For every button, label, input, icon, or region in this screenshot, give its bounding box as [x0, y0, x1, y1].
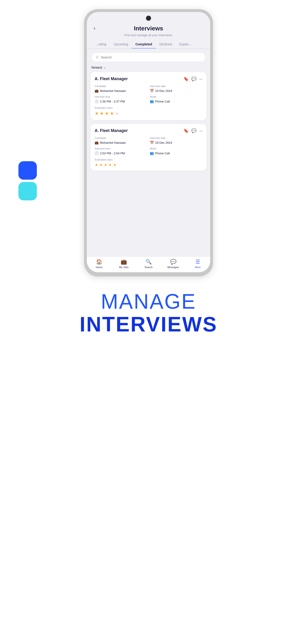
candidate-name-2: Mohamed Hassaan [100, 141, 126, 144]
home-icon: 🏠 [96, 259, 102, 265]
nav-search-label: Search [144, 266, 153, 268]
card-2-time-value: 🕐 2:03 PM - 2:04 PM [95, 151, 147, 155]
interview-mode-2: Phone Call [155, 152, 170, 155]
search-box[interactable]: ⚲ [92, 52, 206, 62]
nav-more[interactable]: ☰ More [186, 259, 210, 268]
card-2-chat-icon[interactable]: 💬 [191, 128, 196, 133]
interview-time-1: 2:36 PM - 2:37 PM [100, 100, 125, 103]
star-1-5: ★ [115, 110, 119, 116]
card-1-more-icon[interactable]: ··· [199, 76, 202, 82]
tab-upcoming[interactable]: Upcoming [110, 40, 132, 48]
card-2-date-label: Interview date [150, 136, 202, 139]
calendar-icon-1: 📅 [150, 89, 154, 92]
page-wrapper: ‹ Interviews Find and manage all your in… [0, 0, 297, 644]
card-2-grid: Candidate 💼 Mohamed Hassaan Interview da… [95, 136, 202, 155]
bottom-text: MANAGE INTERVIEWS [80, 290, 217, 336]
card-1-candidate-field: Candidate 💼 Mohamed Hassaan [95, 85, 147, 92]
tab-expired[interactable]: Expire… [176, 40, 196, 48]
tab-pending[interactable]: …nding [92, 40, 110, 48]
card-2-evaluation: Evaluation stars ▲ ▲ ▲ ▲ ▲ [95, 158, 202, 166]
card-2-time-label: Interview time [95, 147, 147, 150]
card-2-title: A. Fleet Manager [95, 128, 128, 133]
nav-home[interactable]: 🏠 Home [87, 259, 112, 268]
card-1-date-label: Interview date [150, 85, 202, 88]
nav-myjobs-label: My Jobs [119, 266, 128, 268]
nav-messages[interactable]: 💬 Messages [161, 259, 186, 268]
card-2-candidate-label: Candidate [95, 136, 147, 139]
nav-myjobs[interactable]: 💼 My Jobs [112, 259, 136, 268]
card-2-actions: 🔖 💬 ··· [184, 128, 202, 133]
camera-dot [146, 16, 151, 21]
blob-cyan [18, 182, 37, 200]
star-1-4: ★ [110, 110, 114, 116]
interview-card-2: A. Fleet Manager 🔖 💬 ··· Candidate 💼 [90, 124, 206, 171]
tabs-container: …nding Upcoming Completed Declined Expir… [87, 40, 210, 49]
tab-declined[interactable]: Declined [156, 40, 176, 48]
star-1-2: ★ [100, 110, 104, 116]
interview-time-2: 2:03 PM - 2:04 PM [100, 152, 125, 155]
briefcase-icon-2: 💼 [95, 141, 98, 144]
card-2-bookmark-icon[interactable]: 🔖 [184, 128, 188, 133]
calendar-icon-2: 📅 [150, 141, 154, 144]
star-2-2: ▲ [99, 162, 103, 166]
card-1-chat-icon[interactable]: 💬 [191, 76, 196, 82]
search-icon: ⚲ [96, 55, 98, 60]
card-1-eval-label: Evaluation stars [95, 106, 202, 109]
mode-icon-1: 👥 [150, 100, 154, 103]
briefcase-icon-1: 💼 [95, 89, 98, 92]
nav-search-icon: 🔍 [146, 259, 152, 265]
card-1-time-label: Interview time [95, 95, 147, 98]
sort-row[interactable]: Newest ⌄ [87, 64, 210, 72]
search-input[interactable] [101, 55, 201, 59]
card-1-mode-label: Mode [150, 95, 202, 98]
card-1-candidate-value: 💼 Mohamed Hassaan [95, 89, 147, 92]
tab-completed[interactable]: Completed [132, 40, 156, 48]
interview-mode-1: Phone Call [155, 100, 170, 103]
sort-arrow-icon: ⌄ [104, 66, 106, 69]
side-blobs [18, 161, 37, 200]
clock-icon-2: 🕐 [95, 151, 98, 155]
card-1-header: A. Fleet Manager 🔖 💬 ··· [95, 76, 202, 82]
manage-heading: MANAGE [80, 290, 217, 313]
card-1-time-field: Interview time 🕐 2:36 PM - 2:37 PM [95, 95, 147, 103]
card-1-date-field: Interview date 📅 19 Dec 2024 [150, 85, 202, 92]
nav-more-label: More [195, 266, 201, 268]
card-2-date-field: Interview date 📅 19 Dec 2024 [150, 136, 202, 144]
card-2-header: A. Fleet Manager 🔖 💬 ··· [95, 128, 202, 133]
cards-container: A. Fleet Manager 🔖 💬 ··· Candidate 💼 [87, 72, 210, 256]
page-title: Interviews [134, 25, 163, 32]
nav-search[interactable]: 🔍 Search [136, 259, 161, 268]
card-2-eval-label: Evaluation stars [95, 158, 202, 161]
card-1-bookmark-icon[interactable]: 🔖 [184, 76, 188, 82]
card-1-date-value: 📅 19 Dec 2024 [150, 89, 202, 92]
card-1-title: A. Fleet Manager [95, 76, 128, 81]
back-button[interactable]: ‹ [94, 25, 95, 31]
star-1-1: ★ [95, 110, 99, 116]
card-1-grid: Candidate 💼 Mohamed Hassaan Interview da… [95, 85, 202, 103]
card-2-candidate-value: 💼 Mohamed Hassaan [95, 141, 147, 144]
card-2-mode-field: Mode 👥 Phone Call [150, 147, 202, 155]
interviews-heading: INTERVIEWS [80, 313, 217, 336]
star-2-5: ▲ [113, 162, 116, 166]
search-container: ⚲ [87, 49, 210, 64]
myjobs-icon: 💼 [121, 259, 127, 265]
card-1-actions: 🔖 💬 ··· [184, 76, 202, 82]
camera-notch [87, 12, 210, 22]
card-1-candidate-label: Candidate [95, 85, 147, 88]
interview-card-1: A. Fleet Manager 🔖 💬 ··· Candidate 💼 [90, 72, 206, 120]
card-1-mode-field: Mode 👥 Phone Call [150, 95, 202, 103]
messages-icon: 💬 [170, 259, 176, 265]
phone-screen: ‹ Interviews Find and manage all your in… [87, 12, 210, 272]
card-2-mode-value: 👥 Phone Call [150, 151, 202, 155]
interview-date-1: 19 Dec 2024 [155, 89, 172, 92]
card-2-more-icon[interactable]: ··· [199, 128, 202, 133]
card-2-time-field: Interview time 🕐 2:03 PM - 2:04 PM [95, 147, 147, 155]
card-1-stars: ★ ★ ★ ★ ★ [95, 110, 202, 116]
interview-date-2: 19 Dec 2024 [155, 141, 172, 144]
card-1-time-value: 🕐 2:36 PM - 2:37 PM [95, 100, 147, 103]
mode-icon-2: 👥 [150, 151, 154, 155]
page-subtitle: Find and manage all your interviews. [124, 34, 173, 37]
nav-messages-label: Messages [168, 266, 179, 268]
more-icon: ☰ [196, 259, 200, 265]
card-2-date-value: 📅 19 Dec 2024 [150, 141, 202, 144]
